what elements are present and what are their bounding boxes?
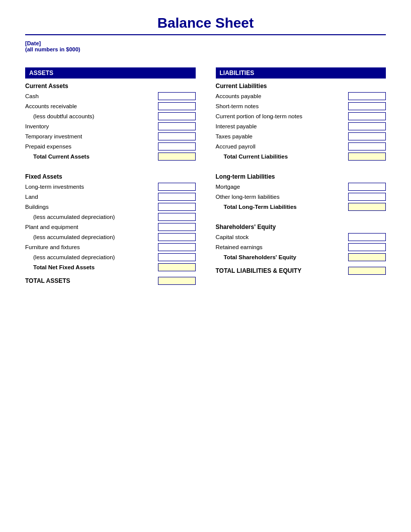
list-item: Inventory (25, 122, 196, 131)
furniture-input[interactable] (158, 243, 196, 251)
total-net-fixed-assets-row: Total Net Fixed Assets (25, 263, 196, 272)
shareholders-equity-title: Shareholders' Equity (216, 223, 386, 231)
total-net-fixed-assets-input[interactable] (158, 263, 196, 271)
total-shareholders-equity-input[interactable] (348, 253, 386, 261)
list-item: Capital stock (216, 233, 386, 242)
subtitle: [Date] (all numbers in $000) (25, 40, 386, 52)
other-longterm-input[interactable] (348, 193, 386, 201)
list-item: Long-term investments (25, 182, 196, 191)
less-doubtful-input[interactable] (158, 112, 196, 120)
list-item: (less doubtful accounts) (25, 112, 196, 121)
assets-header: ASSETS (25, 67, 196, 79)
furniture-depreciation-input[interactable] (158, 253, 196, 261)
longterm-liabilities-title: Long-term Liabilities (216, 173, 386, 180)
list-item: (less accumulated depreciation) (25, 233, 196, 242)
short-term-notes-input[interactable] (348, 102, 386, 110)
total-longterm-liabilities-input[interactable] (348, 203, 386, 211)
list-item: Land (25, 192, 196, 201)
page-title: Balance Sheet (25, 15, 386, 31)
list-item: Prepaid expenses (25, 142, 196, 151)
list-item: Cash (25, 92, 196, 101)
list-item: Mortgage (216, 182, 386, 191)
total-current-liabilities-row: Total Current Liabilities (216, 152, 386, 161)
list-item: Interest payable (216, 122, 386, 131)
buildings-depreciation-input[interactable] (158, 213, 196, 221)
prepaid-expenses-input[interactable] (158, 142, 196, 150)
total-liabilities-equity-row: TOTAL LIABILITIES & EQUITY (216, 267, 386, 275)
total-liabilities-equity-input[interactable] (348, 267, 386, 275)
buildings-input[interactable] (158, 203, 196, 211)
list-item: (less accumulated depreciation) (25, 253, 196, 262)
mortgage-input[interactable] (348, 183, 386, 191)
retained-earnings-input[interactable] (348, 243, 386, 251)
total-longterm-liabilities-row: Total Long-Term Liabilities (216, 202, 386, 211)
liabilities-column: LIABILITIES Current Liabilities Accounts… (216, 67, 386, 285)
long-term-investments-input[interactable] (158, 183, 196, 191)
current-liabilities-title: Current Liabilities (216, 83, 386, 90)
list-item: Furniture and fixtures (25, 243, 196, 252)
list-item: Accounts payable (216, 92, 386, 101)
list-item: Retained earnings (216, 243, 386, 252)
temporary-investment-input[interactable] (158, 132, 196, 140)
total-assets-input[interactable] (158, 277, 196, 285)
list-item: Taxes payable (216, 132, 386, 141)
accounts-receivable-input[interactable] (158, 102, 196, 110)
total-current-liabilities-input[interactable] (348, 153, 386, 161)
list-item: (less accumulated depreciation) (25, 212, 196, 221)
inventory-input[interactable] (158, 122, 196, 130)
list-item: Plant and equipment (25, 222, 196, 232)
taxes-payable-input[interactable] (348, 132, 386, 140)
accrued-payroll-input[interactable] (348, 142, 386, 150)
current-assets-title: Current Assets (25, 83, 196, 90)
list-item: Short-term notes (216, 102, 386, 111)
total-current-assets-input[interactable] (158, 153, 196, 161)
assets-column: ASSETS Current Assets Cash Accounts rece… (25, 67, 196, 285)
capital-stock-input[interactable] (348, 233, 386, 241)
accounts-payable-input[interactable] (348, 92, 386, 100)
plant-depreciation-input[interactable] (158, 233, 196, 241)
list-item: Current portion of long-term notes (216, 112, 386, 121)
list-item: Temporary investment (25, 132, 196, 141)
list-item: Accrued payroll (216, 142, 386, 151)
total-assets-row: TOTAL ASSETS (25, 277, 196, 285)
total-current-assets-row: Total Current Assets (25, 152, 196, 161)
liabilities-header: LIABILITIES (216, 67, 386, 79)
land-input[interactable] (158, 193, 196, 201)
list-item: Other long-term liabilities (216, 192, 386, 201)
current-portion-longterm-input[interactable] (348, 112, 386, 120)
total-shareholders-equity-row: Total Shareholders' Equity (216, 253, 386, 262)
list-item: Accounts receivable (25, 102, 196, 111)
plant-equipment-input[interactable] (158, 223, 196, 231)
fixed-assets-title: Fixed Assets (25, 173, 196, 180)
cash-input[interactable] (158, 92, 196, 100)
interest-payable-input[interactable] (348, 122, 386, 130)
list-item: Buildings (25, 202, 196, 211)
